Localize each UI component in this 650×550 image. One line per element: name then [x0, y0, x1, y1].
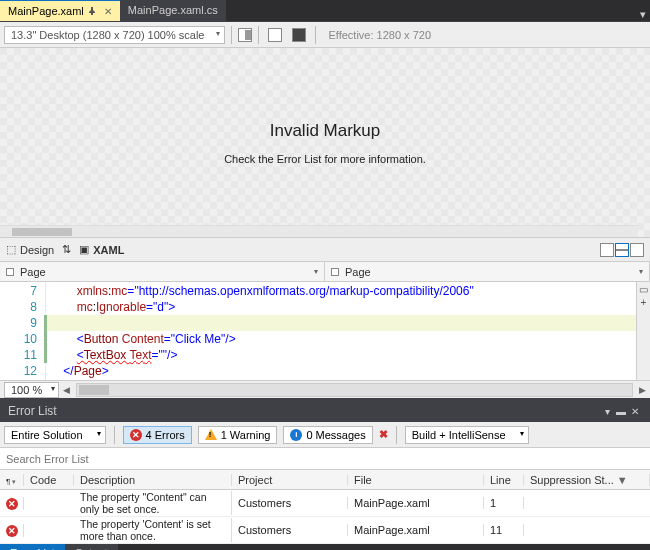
col-icon: ¶▾ [0, 474, 24, 486]
tab-error-list[interactable]: Error List [0, 544, 65, 550]
swap-panes-button[interactable]: ⇅ [62, 243, 71, 256]
orientation-portrait-icon[interactable] [238, 28, 252, 42]
layout-vertical-icon[interactable] [600, 243, 614, 257]
line-number-gutter: 78910111213 [0, 282, 46, 380]
warning-icon [205, 429, 217, 440]
xaml-pane-button[interactable]: ▣ XAML [79, 243, 124, 256]
error-row[interactable]: ✕The property "Content" can only be set … [0, 490, 650, 517]
col-file: File [348, 474, 484, 486]
col-suppression: Suppression St... ▼ [524, 474, 650, 486]
warnings-filter-button[interactable]: 1 Warning [198, 426, 278, 444]
autohide-icon[interactable]: ▬ [614, 406, 628, 417]
layout-horizontal-icon[interactable] [615, 243, 629, 257]
xaml-navigation-bar: Page Page [0, 262, 650, 282]
bottom-tool-tabs: Error List Output [0, 544, 650, 550]
element-dropdown-right[interactable]: Page [325, 262, 650, 281]
filter-icon[interactable]: ▼ [617, 474, 628, 486]
horizontal-scrollbar[interactable] [0, 225, 638, 237]
element-dropdown-left[interactable]: Page [0, 262, 325, 281]
expand-button-icon[interactable]: + [641, 297, 647, 308]
document-tabs: MainPage.xaml ✕ MainPage.xaml.cs ▾ [0, 0, 650, 22]
design-surface: Invalid Markup Check the Error List for … [0, 48, 650, 238]
error-icon: ✕ [6, 498, 18, 510]
effective-resolution: Effective: 1280 x 720 [322, 29, 431, 41]
invalid-markup-title: Invalid Markup [270, 121, 381, 141]
messages-filter-button[interactable]: i0 Messages [283, 426, 372, 444]
window-options-icon[interactable]: ▾ [600, 406, 614, 417]
tab-label: MainPage.xaml.cs [128, 4, 218, 16]
scope-dropdown[interactable]: Entire Solution [4, 426, 106, 444]
device-dropdown[interactable]: 13.3" Desktop (1280 x 720) 100% scale [4, 26, 225, 44]
col-description: Description [74, 474, 232, 486]
tab-mainpage-xaml-cs[interactable]: MainPage.xaml.cs [120, 0, 226, 21]
error-table: ¶▾ Code Description Project File Line Su… [0, 470, 650, 544]
search-input[interactable] [0, 448, 650, 469]
invalid-markup-subtitle: Check the Error List for more informatio… [224, 153, 426, 165]
col-project: Project [232, 474, 348, 486]
info-icon: i [290, 429, 302, 441]
tab-label: MainPage.xaml [8, 5, 84, 17]
error-list-toolbar: Entire Solution ✕4 Errors 1 Warning i0 M… [0, 422, 650, 448]
error-table-header[interactable]: ¶▾ Code Description Project File Line Su… [0, 470, 650, 490]
error-icon: ✕ [130, 429, 142, 441]
close-icon[interactable]: ✕ [628, 406, 642, 417]
split-button-icon[interactable]: ▭ [639, 284, 648, 295]
code-editor: 78910111213 xmlns:mc="http://schemas.ope… [0, 282, 650, 380]
code-content[interactable]: xmlns:mc="http://schemas.openxmlformats.… [46, 282, 650, 380]
tabs-overflow-dropdown[interactable]: ▾ [636, 8, 650, 21]
editor-side-buttons: ▭ + [636, 282, 650, 380]
error-search-row [0, 448, 650, 470]
theme-light-icon[interactable] [265, 25, 285, 45]
design-xaml-split-header: ⬚ Design ⇅ ▣ XAML [0, 238, 650, 262]
col-line: Line [484, 474, 524, 486]
designer-toolbar: 13.3" Desktop (1280 x 720) 100% scale Ef… [0, 22, 650, 48]
tab-output[interactable]: Output [65, 544, 118, 550]
col-code: Code [24, 474, 74, 486]
clear-icon[interactable]: ✖ [379, 428, 388, 441]
error-icon: ✕ [6, 525, 18, 537]
horizontal-scrollbar[interactable] [76, 383, 633, 397]
design-pane-button[interactable]: ⬚ Design [6, 243, 54, 256]
tab-mainpage-xaml[interactable]: MainPage.xaml ✕ [0, 0, 120, 21]
error-row[interactable]: ✕The property 'Content' is set more than… [0, 517, 650, 544]
theme-dark-icon[interactable] [289, 25, 309, 45]
close-icon[interactable]: ✕ [104, 6, 112, 17]
pin-icon[interactable] [88, 7, 96, 15]
error-list-header: Error List ▾ ▬ ✕ [0, 400, 650, 422]
zoom-bar: 100 % ◀ ▶ [0, 380, 650, 400]
errors-filter-button[interactable]: ✕4 Errors [123, 426, 192, 444]
build-intellisense-dropdown[interactable]: Build + IntelliSense [405, 426, 529, 444]
error-list-title: Error List [8, 404, 57, 418]
layout-single-icon[interactable] [630, 243, 644, 257]
zoom-dropdown[interactable]: 100 % [4, 382, 59, 398]
